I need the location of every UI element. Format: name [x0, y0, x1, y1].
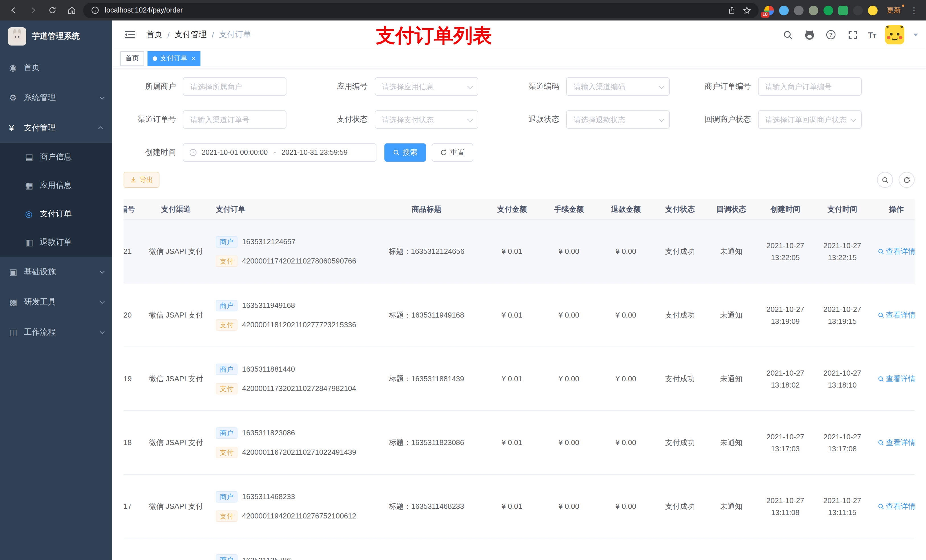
orders-table: 编号 支付渠道 支付订单 商品标题 支付金额 手续金额 退款金额 支付状态 回调… — [124, 199, 915, 560]
toggle-search-button[interactable] — [877, 172, 893, 188]
url-bar[interactable]: localhost:1024/pay/order — [83, 3, 758, 18]
pay-status-select[interactable] — [374, 110, 478, 128]
merchant-tag: 商户 — [216, 363, 238, 375]
target-icon: ◎ — [25, 209, 40, 219]
filter-label-channel-code: 渠道编码 — [507, 82, 566, 92]
magnifier-icon — [877, 503, 884, 510]
tools-icon: ▩ — [9, 297, 24, 307]
card-icon: ▤ — [25, 152, 40, 162]
merchant-order-no-input[interactable] — [758, 77, 861, 96]
create-time-range-input[interactable]: 2021-10-01 00:00:00 - 2021-10-31 23:59:5… — [183, 143, 377, 162]
sidebar-item-system[interactable]: ⚙ 系统管理 — [0, 83, 112, 113]
magnifier-icon — [877, 439, 884, 446]
chevron-up-icon — [98, 126, 103, 131]
caret-down-icon[interactable] — [914, 33, 918, 36]
browser-update-button[interactable]: 更新 — [883, 5, 904, 15]
app-logo — [8, 27, 26, 45]
check-extension-icon[interactable] — [823, 5, 833, 15]
sidebar-item-home[interactable]: ◉ 首页 — [0, 52, 112, 83]
view-detail-link[interactable]: 查看详情 — [877, 246, 915, 257]
merchant-input[interactable] — [183, 77, 286, 96]
table-row: 商户163531135786 — [124, 538, 915, 560]
sidebar-item-workflow[interactable]: ◫ 工作流程 — [0, 317, 112, 347]
table-row: 21 微信 JSAPI 支付 商户1635312124657 支付4200001… — [124, 220, 915, 284]
app-no-select[interactable] — [374, 77, 478, 96]
search-button[interactable]: 搜索 — [384, 143, 426, 162]
gear-icon: ⚙ — [9, 92, 24, 103]
tab-home[interactable]: 首页 — [120, 51, 144, 66]
sidebar-logo-row: 芋道管理系统 — [0, 21, 112, 52]
pay-order-cell: 商户1635311823086 支付4200001167202110271022… — [210, 427, 369, 458]
channel-code-select[interactable] — [566, 77, 670, 96]
app-title: 芋道管理系统 — [32, 31, 80, 42]
globe-extension-icon[interactable] — [794, 5, 803, 15]
merchant-tag: 商户 — [216, 300, 238, 311]
magnifier-icon — [877, 375, 884, 382]
payment-submenu: ▤ 商户信息 ▦ 应用信息 ◎ 支付订单 ▥ 退款订单 — [0, 143, 112, 257]
close-icon[interactable]: × — [190, 55, 195, 62]
tab-pay-order[interactable]: 支付订单 × — [147, 51, 200, 66]
merchant-tag: 商户 — [216, 236, 238, 247]
chat-extension-icon[interactable] — [838, 5, 848, 15]
sidebar-item-infra[interactable]: ▣ 基础设施 — [0, 257, 112, 287]
search-icon[interactable] — [781, 29, 794, 41]
drop-extension-icon[interactable] — [779, 5, 789, 15]
view-detail-link[interactable]: 查看详情 — [877, 437, 915, 448]
avatar[interactable] — [885, 25, 904, 44]
github-icon[interactable] — [803, 29, 816, 41]
breadcrumb-home[interactable]: 首页 — [146, 30, 162, 40]
page-content: 所属商户 应用编号 渠道编码 商户订单编号 — [112, 68, 926, 560]
view-detail-link[interactable]: 查看详情 — [877, 310, 915, 320]
notify-status-select[interactable] — [758, 110, 861, 128]
filter-label-channel-order-no: 渠道订单号 — [124, 115, 183, 125]
export-button[interactable]: 导出 — [124, 172, 159, 188]
browser-menu-icon[interactable]: ⋮ — [908, 6, 920, 15]
refund-status-select[interactable] — [566, 110, 670, 128]
navbar-icons: ? TT — [781, 25, 918, 44]
breadcrumb-section[interactable]: 支付管理 — [175, 30, 207, 40]
info-icon[interactable] — [90, 5, 100, 15]
pay-tag: 支付 — [216, 319, 238, 331]
pay-tag: 支付 — [216, 510, 238, 522]
back-icon[interactable] — [6, 2, 22, 18]
reset-button[interactable]: 重置 — [432, 143, 473, 162]
dots-extension-icon[interactable]: 10 — [764, 5, 774, 15]
refresh-icon — [903, 176, 910, 184]
table-row: 20 微信 JSAPI 支付 商户1635311949168 支付4200001… — [124, 284, 915, 347]
circle-extension-icon[interactable] — [809, 5, 819, 15]
view-detail-link[interactable]: 查看详情 — [877, 374, 915, 384]
sidebar-item-app-info[interactable]: ▦ 应用信息 — [0, 171, 112, 200]
reload-icon[interactable] — [44, 2, 61, 18]
help-icon[interactable]: ? — [825, 29, 837, 41]
sidebar-item-payment[interactable]: ¥ 支付管理 — [0, 113, 112, 143]
pay-tag: 支付 — [216, 447, 238, 458]
filter-label-refund-status: 退款状态 — [507, 115, 566, 125]
table-header: 编号 支付渠道 支付订单 商品标题 支付金额 手续金额 退款金额 支付状态 回调… — [124, 199, 915, 220]
bookmark-star-icon[interactable] — [741, 5, 752, 15]
magnifier-icon — [877, 312, 884, 318]
channel-order-no-input[interactable] — [183, 110, 286, 128]
pay-tag: 支付 — [216, 255, 238, 267]
sidebar-item-refund-order[interactable]: ▥ 退款订单 — [0, 228, 112, 257]
filter-label-create-time: 创建时间 — [124, 147, 183, 158]
font-size-icon[interactable]: TT — [868, 30, 876, 39]
sidebar-item-pay-order[interactable]: ◎ 支付订单 — [0, 200, 112, 228]
pin-extension-icon[interactable] — [853, 5, 863, 15]
sidebar-item-dev-tools[interactable]: ▩ 研发工具 — [0, 287, 112, 317]
home-icon[interactable] — [64, 2, 80, 18]
pay-tag: 支付 — [216, 383, 238, 394]
fullscreen-icon[interactable] — [846, 29, 859, 41]
main-panel: 首页 / 支付管理 / 支付订单 ? — [112, 21, 926, 560]
smiley-extension-icon[interactable] — [868, 5, 878, 15]
sidebar-item-merchant-info[interactable]: ▤ 商户信息 — [0, 143, 112, 171]
forward-icon[interactable] — [25, 2, 41, 18]
url-text[interactable]: localhost:1024/pay/order — [105, 6, 722, 14]
refresh-button[interactable] — [899, 172, 915, 188]
yen-icon: ¥ — [9, 123, 24, 133]
view-detail-link[interactable]: 查看详情 — [877, 501, 915, 511]
dashboard-icon: ◉ — [9, 62, 24, 72]
share-icon[interactable] — [727, 5, 737, 15]
hamburger-icon[interactable] — [120, 25, 139, 44]
sidebar-menu: ◉ 首页 ⚙ 系统管理 ¥ 支付管理 ▤ 商户信息 — [0, 52, 112, 347]
pay-order-cell: 商户1635311881440 支付4200001173202110272847… — [210, 363, 369, 394]
